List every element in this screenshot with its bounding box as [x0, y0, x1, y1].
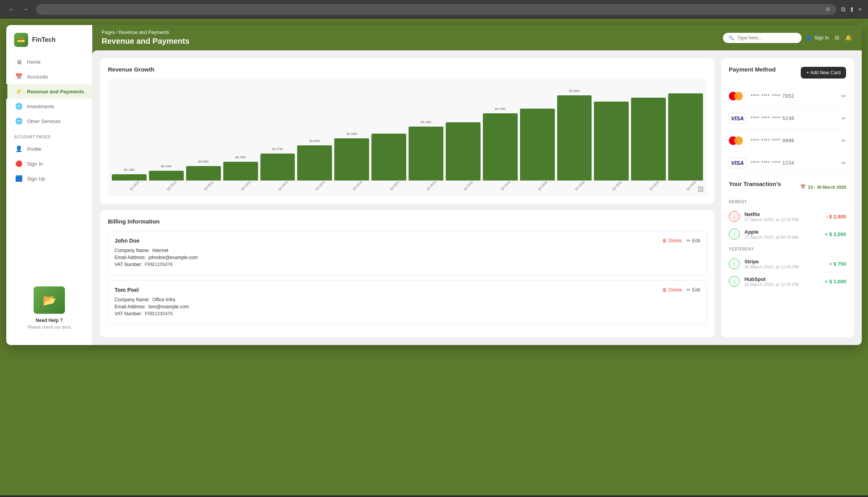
- search-icon: 🔍: [728, 35, 734, 41]
- mastercard-logo-9898: [729, 135, 746, 146]
- edit-card-5248[interactable]: ✏: [841, 115, 846, 122]
- bar-value: $5.36M: [569, 89, 580, 93]
- sidebar-item-investments-label: Investments: [27, 104, 54, 109]
- edit-tom-button[interactable]: ✏ Edit: [687, 287, 700, 293]
- tx-hubspot-name: HubSpot: [744, 276, 820, 282]
- bar-value: $1.82M: [309, 139, 320, 143]
- edit-card-9898[interactable]: ✏: [841, 138, 846, 144]
- billing-entry-tom: Tom Poel 🗑 Delete ✏ Edit: [108, 280, 707, 325]
- billing-vat-tom: VAT Number: FRB1235476: [115, 311, 700, 316]
- visa-logo-1234: VISA: [729, 157, 746, 168]
- edit-john-button[interactable]: ✏ Edit: [687, 238, 700, 243]
- billing-entry-john: John Doe 🗑 Delete ✏ Edit: [108, 231, 707, 275]
- sidebar-item-profile-label: Profile: [27, 146, 41, 152]
- breadcrumb: Pages / Revenue and Payments: [102, 30, 190, 35]
- card-number-7852: **** **** **** 7852: [751, 93, 837, 99]
- bar-label: Q1 2015: [426, 180, 437, 191]
- back-button[interactable]: ←: [6, 4, 17, 14]
- add-card-button[interactable]: + Add New Card: [801, 67, 846, 79]
- tx-netflix-name: Netflix: [744, 211, 821, 217]
- account-section-label: ACCOUNT PAGES: [6, 129, 92, 141]
- main-content: Pages / Revenue and Payments Revenue and…: [92, 25, 862, 345]
- browser-actions: ⧉ ⬆ +: [841, 6, 862, 13]
- bar-label: Q2 2013: [166, 180, 177, 191]
- bar-value: $4.14M: [495, 107, 506, 111]
- transactions-title: Your Transaction's: [729, 181, 781, 187]
- bar-label: Q1 2016: [574, 180, 585, 191]
- address-bar[interactable]: ↺: [36, 4, 836, 15]
- newest-label: NEWEST: [729, 200, 846, 204]
- share-icon[interactable]: ⬆: [849, 6, 854, 13]
- trash-icon: 🗑: [662, 238, 667, 243]
- sign-in-button[interactable]: 👤 Sign In: [806, 35, 829, 41]
- bar-group: Q2 2015: [446, 122, 481, 181]
- browser-nav[interactable]: ← →: [6, 4, 31, 14]
- chart-bar: [594, 102, 629, 181]
- bar-label: Q4 2014: [389, 180, 400, 191]
- accounts-icon: 📅: [15, 73, 22, 80]
- bar-group: $0.34MQ2 2013: [149, 171, 184, 181]
- edit-card-7852[interactable]: ✏: [841, 93, 846, 99]
- sidebar-help: 📂 Need Help ? Please check our docs: [6, 279, 92, 337]
- breadcrumb-and-title: Pages / Revenue and Payments Revenue and…: [102, 30, 190, 46]
- sidebar-item-investments[interactable]: 🌐 Investments: [6, 99, 92, 114]
- sidebar-item-revenue[interactable]: ⚡ Revenue and Payments: [6, 84, 92, 99]
- search-input[interactable]: [737, 35, 796, 41]
- settings-icon[interactable]: ⚙: [834, 34, 839, 41]
- sidebar-item-signin[interactable]: 🔴 Sign In: [6, 156, 92, 171]
- search-box[interactable]: 🔍: [723, 33, 802, 43]
- reload-button[interactable]: ↺: [825, 6, 830, 13]
- card-number-1234: **** **** **** 1234: [751, 160, 837, 166]
- card-item-visa-5248: VISA **** **** **** 5248 ✏: [729, 107, 846, 130]
- sidebar-item-home-label: Home: [27, 59, 41, 65]
- billing-name-john: John Doe: [115, 238, 140, 244]
- bar-label: Q4 2015: [537, 180, 548, 191]
- transactions-header: Your Transaction's 📅 23 - 30 March 2020: [729, 181, 846, 193]
- bar-value: $3.15M: [421, 120, 431, 124]
- chart-bar: [668, 93, 703, 181]
- top-bar-actions: 👤 Sign In ⚙ 🔔: [806, 34, 852, 41]
- forward-button[interactable]: →: [20, 4, 31, 14]
- chart-bar: $2.33M: [334, 138, 369, 181]
- chart-bar: $0.78M: [223, 162, 258, 181]
- tx-stripe-name: Stripe: [744, 259, 824, 265]
- address-input[interactable]: [42, 7, 825, 13]
- signin-icon: 🔴: [15, 160, 22, 167]
- pencil-icon-tom: ✏: [687, 287, 690, 293]
- help-subtitle: Please check our docs: [28, 325, 71, 329]
- bar-label: Q3 2014: [352, 180, 363, 191]
- bar-group: $2.33MQ3 2014: [334, 138, 369, 181]
- tx-stripe-info: Stripe 26 March 2020, at 13:45 PM: [744, 259, 824, 269]
- chart-image-icon: 🖼: [698, 186, 704, 193]
- card-item-visa-1234: VISA **** **** **** 1234 ✏: [729, 152, 846, 174]
- chart-bar: $3.15M: [409, 127, 443, 181]
- chart-bar: $4.14M: [483, 113, 518, 181]
- tab-action-icon[interactable]: ⧉: [841, 6, 845, 13]
- bar-label: Q2 2015: [463, 180, 474, 191]
- sidebar-item-home[interactable]: 🖥 Home: [6, 55, 92, 69]
- bar-label: Q1 2014: [278, 180, 289, 191]
- billing-actions-tom: 🗑 Delete ✏ Edit: [662, 287, 700, 293]
- chart-bar: $5.36M: [557, 95, 592, 181]
- billing-name-tom: Tom Poel: [115, 287, 139, 293]
- yesterday-label: YESTERDAY: [729, 247, 846, 251]
- sidebar-item-revenue-label: Revenue and Payments: [27, 89, 84, 95]
- edit-card-1234[interactable]: ✏: [841, 160, 846, 166]
- delete-john-button[interactable]: 🗑 Delete: [662, 238, 682, 243]
- sidebar-item-accounts[interactable]: 📅 Accounts: [6, 69, 92, 84]
- bar-label: Q3 2016: [649, 180, 660, 191]
- sidebar-item-other[interactable]: 🌐 Other Services: [6, 114, 92, 129]
- mastercard-logo-7852: [729, 91, 746, 102]
- sidebar-item-profile[interactable]: 👤 Profile: [6, 141, 92, 156]
- delete-tom-button[interactable]: 🗑 Delete: [662, 287, 682, 293]
- sidebar-item-accounts-label: Accounts: [27, 74, 48, 80]
- date-range: 📅 23 - 30 March 2020: [800, 184, 846, 190]
- bar-label: Q2 2016: [612, 180, 622, 191]
- new-tab-icon[interactable]: +: [858, 6, 862, 13]
- revenue-chart-title: Revenue Growth: [108, 66, 707, 73]
- bar-value: $0.34M: [161, 164, 172, 168]
- bar-value: $0.18M: [124, 168, 135, 172]
- notifications-icon[interactable]: 🔔: [845, 34, 852, 41]
- billing-card: Billing Information John Doe 🗑 Delete: [100, 210, 715, 337]
- sidebar-item-signup[interactable]: 🟦 Sign Up: [6, 171, 92, 186]
